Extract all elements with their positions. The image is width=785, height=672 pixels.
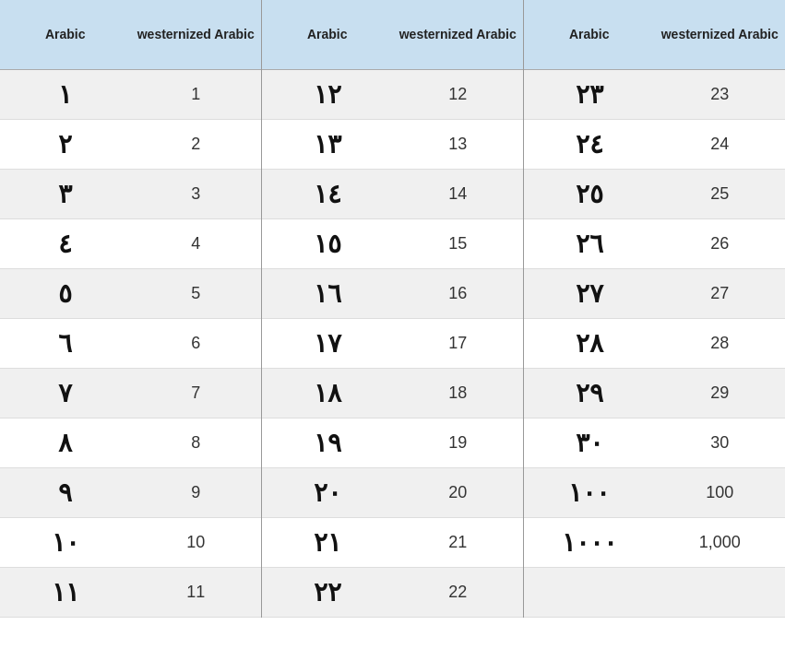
data-row: ٢٧27	[524, 269, 785, 319]
western-cell: 8	[131, 428, 262, 458]
western-cell: 26	[655, 229, 786, 259]
western-cell: 3	[131, 179, 262, 209]
data-row: ٢٨28	[524, 319, 785, 369]
western-cell: 19	[393, 428, 524, 458]
western-cell: 100	[655, 477, 786, 508]
data-row: ٢٥25	[524, 170, 785, 219]
arabic-cell: ٢٦	[524, 223, 655, 265]
western-cell: 14	[393, 179, 524, 209]
arabic-cell: ١٠٠	[524, 472, 655, 513]
data-row: ٢٩29	[524, 369, 785, 419]
arabic-cell: ١٤	[262, 173, 393, 215]
arabic-cell: ٦	[0, 323, 131, 364]
data-row: ١٠٠100	[524, 468, 785, 518]
data-row: ٢١21	[262, 518, 523, 568]
arabic-cell: ١٧	[262, 323, 393, 364]
data-row: ١1	[0, 70, 261, 120]
arabic-cell: ٢٩	[524, 372, 655, 414]
arabic-cell: ٢٤	[524, 124, 655, 165]
western-cell: 5	[131, 278, 262, 309]
western-cell: 7	[131, 378, 262, 408]
data-row: ٩9	[0, 468, 261, 518]
header-row-2: Arabicwesternized Arabic	[524, 0, 785, 70]
data-row: ١٠٠٠1,000	[524, 518, 785, 568]
data-row: ١١11	[0, 568, 261, 618]
western-cell	[655, 587, 786, 598]
arabic-cell: ١٦	[262, 273, 393, 314]
western-cell: 18	[393, 378, 524, 408]
western-cell: 6	[131, 328, 262, 359]
western-cell: 20	[393, 477, 524, 508]
header-row-1: Arabicwesternized Arabic	[262, 0, 523, 70]
western-cell: 22	[393, 577, 524, 607]
header-row-0: Arabicwesternized Arabic	[0, 0, 261, 70]
arabic-cell: ١	[0, 74, 131, 115]
data-row: ٢٣23	[524, 70, 785, 120]
arabic-cell: ١٠٠٠	[524, 522, 655, 563]
header-western-2: westernized Arabic	[655, 18, 786, 50]
arabic-cell: ٤	[0, 223, 131, 265]
western-cell: 17	[393, 328, 524, 359]
arabic-cell: ١٠	[0, 522, 131, 563]
main-table: Arabicwesternized Arabic١1٢2٣3٤4٥5٦6٧7٨8…	[0, 0, 785, 618]
data-row: ١٣13	[262, 120, 523, 170]
western-cell: 28	[655, 328, 786, 359]
data-row: ٢٢22	[262, 568, 523, 618]
header-western-1: westernized Arabic	[393, 18, 524, 50]
arabic-cell: ٩	[0, 472, 131, 513]
header-arabic-0: Arabic	[0, 18, 131, 50]
data-row: ٢2	[0, 120, 261, 170]
arabic-cell: ١١	[0, 572, 131, 613]
column-group-2: Arabicwesternized Arabic٢٣23٢٤24٢٥25٢٦26…	[524, 0, 785, 618]
western-cell: 2	[131, 129, 262, 159]
data-row: ٢٦26	[524, 219, 785, 269]
data-row: ٨8	[0, 419, 261, 468]
arabic-cell: ١٨	[262, 372, 393, 414]
western-cell: 9	[131, 477, 262, 508]
western-cell: 10	[131, 527, 262, 558]
arabic-cell: ٢	[0, 124, 131, 165]
arabic-cell: ٢٠	[262, 472, 393, 513]
data-row: ٤4	[0, 219, 261, 269]
western-cell: 23	[655, 79, 786, 110]
data-row: ١٠10	[0, 518, 261, 568]
arabic-cell: ٥	[0, 273, 131, 314]
western-cell: 12	[393, 79, 524, 110]
data-row: ٣٠30	[524, 419, 785, 468]
data-row: ١٨18	[262, 369, 523, 419]
arabic-cell: ١٣	[262, 124, 393, 165]
data-row: ٣3	[0, 170, 261, 219]
arabic-cell: ٧	[0, 372, 131, 414]
header-arabic-2: Arabic	[524, 18, 655, 50]
western-cell: 25	[655, 179, 786, 209]
data-row: ١٦16	[262, 269, 523, 319]
data-row: ١٩19	[262, 419, 523, 468]
western-cell: 13	[393, 129, 524, 159]
data-row: ٢٤24	[524, 120, 785, 170]
western-cell: 15	[393, 229, 524, 259]
arabic-cell: ١٥	[262, 223, 393, 265]
arabic-cell: ٣	[0, 173, 131, 215]
western-cell: 16	[393, 278, 524, 309]
arabic-cell: ٢٨	[524, 323, 655, 364]
data-row: ٦6	[0, 319, 261, 369]
data-row: ١٥15	[262, 219, 523, 269]
data-row: ١٤14	[262, 170, 523, 219]
data-row: ٢٠20	[262, 468, 523, 518]
western-cell: 21	[393, 527, 524, 558]
arabic-cell: ٢٢	[262, 572, 393, 613]
column-group-1: Arabicwesternized Arabic١٢12١٣13١٤14١٥15…	[262, 0, 524, 618]
arabic-cell: ٣٠	[524, 422, 655, 464]
data-row: ٥5	[0, 269, 261, 319]
column-group-0: Arabicwesternized Arabic١1٢2٣3٤4٥5٦6٧7٨8…	[0, 0, 262, 618]
arabic-cell: ١٩	[262, 422, 393, 464]
header-western-0: westernized Arabic	[131, 18, 262, 50]
western-cell: 29	[655, 378, 786, 408]
western-cell: 1,000	[655, 527, 786, 558]
arabic-cell: ٢٥	[524, 173, 655, 215]
data-row: ١٢12	[262, 70, 523, 120]
arabic-cell: ١٢	[262, 74, 393, 115]
western-cell: 1	[131, 79, 262, 110]
header-arabic-1: Arabic	[262, 18, 393, 50]
western-cell: 24	[655, 129, 786, 159]
